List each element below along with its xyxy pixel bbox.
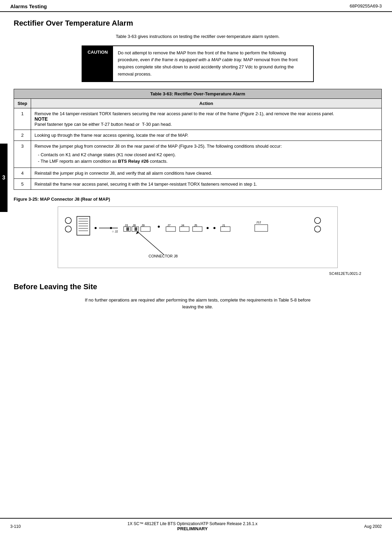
svg-rect-18 [135, 227, 137, 231]
svg-rect-29 [193, 227, 202, 231]
caution-text: Do not attempt to remove the MAP from th… [113, 46, 313, 81]
svg-rect-15 [126, 227, 129, 231]
svg-point-37 [314, 226, 321, 232]
svg-rect-22 [141, 227, 150, 231]
action-cell: Looking up through the frame rear access… [31, 130, 382, 141]
note-text: Panel fastener type can be either T-27 b… [34, 122, 378, 127]
list-item: The LMF reports an alarm condition as BT… [38, 158, 378, 165]
svg-rect-35 [255, 225, 268, 231]
action-cell: Reinstall the frame rear access panel, s… [31, 178, 382, 189]
section2-text: If no further operations are required af… [82, 297, 314, 311]
table-row: 5 Reinstall the frame rear access panel,… [14, 178, 382, 189]
page-header: Alarms Testing 68P09255A69-3 [0, 0, 392, 12]
svg-rect-27 [180, 227, 189, 231]
note-label: NOTE [34, 116, 378, 122]
footer-left: 3-110 [10, 524, 21, 529]
side-tab-number: 3 [2, 175, 5, 181]
svg-rect-33 [221, 227, 230, 231]
header-right-title: 68P09255A69-3 [350, 3, 382, 9]
step-number: 4 [14, 168, 31, 178]
side-tab: 3 [0, 144, 8, 212]
col-header-step: Step [14, 98, 31, 108]
svg-point-30 [207, 227, 209, 229]
section1-intro: Table 3-63 gives instructions on testing… [82, 33, 314, 40]
figure-label: Figure 3-25: MAP Connector J8 (Rear of M… [14, 197, 382, 202]
svg-rect-25 [166, 227, 176, 231]
footer-right: Aug 2002 [364, 524, 382, 529]
svg-point-0 [65, 217, 71, 224]
footer-center: 1X SC™ 4812ET Lite BTS Optimization/ATP … [21, 521, 364, 531]
table-row: 2 Looking up through the frame rear acce… [14, 130, 382, 141]
svg-text:J12: J12 [256, 221, 261, 224]
action-cell: Remove the jumper plug from connector J8… [31, 141, 382, 168]
col-header-action: Action [31, 98, 382, 108]
bullet-list: Contacts on K1 and K2 change states (K1 … [38, 151, 378, 165]
svg-point-23 [158, 226, 160, 228]
table-header-row: Step Action [14, 98, 382, 108]
map-connector-diagram: ○ J2 J3 J8 J9 J7 [58, 207, 338, 268]
figure-container: ○ J2 J3 J8 J9 J7 [58, 206, 338, 268]
svg-text:○ J2: ○ J2 [112, 230, 118, 233]
svg-point-1 [65, 226, 71, 232]
svg-text:CONNECTOR J8: CONNECTOR J8 [149, 254, 178, 258]
footer-center-line1: 1X SC™ 4812ET Lite BTS Optimization/ATP … [21, 521, 364, 526]
table-title-row: Table 3-63: Rectifier Over-Temperature A… [14, 89, 382, 98]
svg-line-19 [137, 231, 164, 255]
main-table: Table 3-63: Rectifier Over-Temperature A… [14, 89, 382, 190]
footer-preliminary: PRELIMINARY [21, 526, 364, 531]
svg-marker-20 [136, 231, 139, 234]
page-footer: 3-110 1X SC™ 4812ET Lite BTS Optimizatio… [0, 518, 392, 534]
step-number: 1 [14, 108, 31, 130]
action-cell: Remove the 14 tamper-resistant TORX fast… [31, 108, 382, 130]
list-item: Contacts on K1 and K2 change states (K1 … [38, 151, 378, 158]
section1-title: Rectifier Over Temperature Alarm [14, 19, 382, 28]
step-number: 5 [14, 178, 31, 189]
svg-point-9 [95, 227, 97, 229]
section2-title: Before Leaving the Site [14, 282, 382, 291]
svg-point-11 [110, 227, 112, 229]
caution-wrapper: CAUTION Do not attempt to remove the MAP… [14, 45, 382, 82]
svg-point-36 [314, 217, 321, 224]
figure-reference: SC4812ETL0021-2 [14, 271, 382, 276]
svg-point-31 [213, 227, 215, 229]
step-number: 3 [14, 141, 31, 168]
step-number: 2 [14, 130, 31, 141]
header-left-title: Alarms Testing [10, 3, 47, 9]
action-cell: Reinstall the jumper plug in connector J… [31, 168, 382, 178]
caution-box: CAUTION Do not attempt to remove the MAP… [82, 45, 314, 82]
table-row: 3 Remove the jumper plug from connector … [14, 141, 382, 168]
table-title: Table 3-63: Rectifier Over-Temperature A… [14, 89, 382, 98]
main-content: Rectifier Over Temperature Alarm Table 3… [0, 12, 392, 314]
table-row: 1 Remove the 14 tamper-resistant TORX fa… [14, 108, 382, 130]
caution-label: CAUTION [82, 46, 113, 81]
table-row: 4 Reinstall the jumper plug in connector… [14, 168, 382, 178]
